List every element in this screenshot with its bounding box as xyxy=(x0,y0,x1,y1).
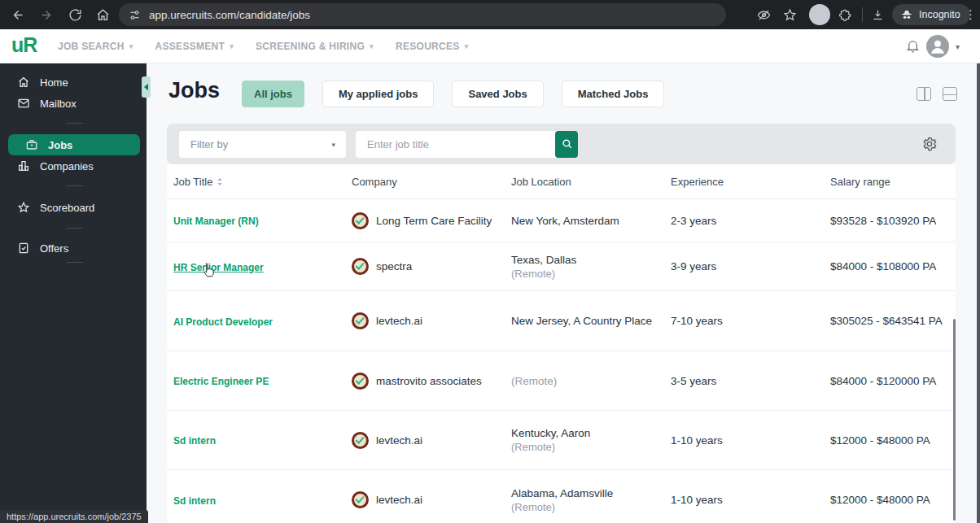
sidebar-divider xyxy=(67,123,83,124)
chevron-down-icon: ▾ xyxy=(465,42,469,50)
url-text: app.urecruits.com/candidate/jobs xyxy=(149,9,310,21)
sidebar-item-mailbox[interactable]: Mailbox xyxy=(0,93,147,114)
profile-chevron-icon[interactable]: ▾ xyxy=(956,42,960,51)
address-bar[interactable]: app.urecruits.com/candidate/jobs xyxy=(119,3,726,26)
job-title-link[interactable]: Sd intern xyxy=(173,495,216,507)
buildings-icon xyxy=(17,159,30,172)
sidebar-divider xyxy=(67,262,83,263)
sidebar-item-jobs[interactable]: Jobs xyxy=(8,134,140,155)
browser-home-icon[interactable] xyxy=(96,8,110,22)
browser-menu-icon[interactable]: ⋮ xyxy=(965,7,977,22)
briefcase-icon xyxy=(25,138,38,151)
search-button[interactable] xyxy=(555,131,578,158)
browser-forward-icon[interactable] xyxy=(39,8,53,22)
sidebar-item-companies[interactable]: Companies xyxy=(0,155,147,177)
job-title-input[interactable] xyxy=(356,131,555,158)
main-menu: JOB SEARCH▾ ASSESSMENT▾ SCREENING & HIRI… xyxy=(58,29,468,63)
incognito-label: Incognito xyxy=(919,9,960,20)
offer-document-icon xyxy=(17,242,30,255)
browser-back-icon[interactable] xyxy=(11,8,25,22)
table-row: AI Product Developer levtech.ai New Jers… xyxy=(167,291,956,351)
user-avatar[interactable] xyxy=(926,35,949,58)
job-title-link[interactable]: Unit Manager (RN) xyxy=(173,216,259,227)
urecruits-logo[interactable]: uR xyxy=(11,33,37,57)
sidebar-collapse-toggle[interactable] xyxy=(142,76,151,98)
chevron-down-icon: ▾ xyxy=(370,42,374,50)
app-root: app.urecruits.com/candidate/jobs Incogni… xyxy=(0,0,980,523)
sort-icon[interactable] xyxy=(217,177,223,186)
sidebar-item-home[interactable]: Home xyxy=(0,72,147,93)
mail-icon xyxy=(17,97,30,110)
table-settings-gear-icon[interactable] xyxy=(921,136,938,152)
search-icon xyxy=(561,137,573,152)
jobs-table: Job Title Company Job Location Experienc… xyxy=(167,164,956,523)
star-icon xyxy=(17,201,30,214)
table-scrollbar-thumb[interactable] xyxy=(953,319,956,521)
chevron-down-icon: ▾ xyxy=(129,42,133,50)
browser-reload-icon[interactable] xyxy=(68,8,82,22)
tab-all-jobs[interactable]: All jobs xyxy=(242,81,304,107)
header-job-title[interactable]: Job Title xyxy=(173,176,352,188)
link-preview-statusbar: https://app.urecruits.com/job/2375 xyxy=(0,510,148,523)
sidebar-item-offers[interactable]: Offers xyxy=(0,238,147,259)
menu-job-search[interactable]: JOB SEARCH▾ xyxy=(58,41,133,52)
table-row: Electric Engineer PE mastrovito associat… xyxy=(167,351,956,411)
extensions-icon[interactable] xyxy=(838,8,852,22)
browser-profile-avatar[interactable] xyxy=(809,4,830,25)
company-logo-icon xyxy=(352,373,369,390)
bookmark-star-icon[interactable] xyxy=(783,8,797,22)
table-row: Unit Manager (RN) Long Term Care Facilit… xyxy=(167,199,956,242)
chevron-down-icon: ▾ xyxy=(230,42,234,50)
company-logo-icon xyxy=(352,212,369,229)
company-logo-icon xyxy=(352,491,369,508)
header-salary-range: Salary range xyxy=(830,176,956,188)
sidebar-divider xyxy=(67,228,83,229)
filter-by-dropdown[interactable]: Filter by ▾ xyxy=(179,131,346,158)
menu-screening-hiring[interactable]: SCREENING & HIRING▾ xyxy=(256,41,374,52)
company-logo-icon xyxy=(352,312,369,329)
job-title-link[interactable]: Electric Engineer PE xyxy=(173,376,269,387)
view-toggles xyxy=(917,87,957,101)
incognito-badge: Incognito xyxy=(892,4,970,25)
tab-saved-jobs[interactable]: Saved Jobs xyxy=(452,81,543,107)
job-title-link[interactable]: Sd intern xyxy=(173,435,216,447)
toolbar-separator xyxy=(862,7,863,22)
eye-off-icon[interactable] xyxy=(757,8,771,22)
site-settings-icon[interactable] xyxy=(129,9,141,21)
table-row: Sd intern levtech.ai Kentucky, Aaron(Rem… xyxy=(167,411,956,470)
header-experience: Experience xyxy=(671,176,830,188)
downloads-icon[interactable] xyxy=(871,8,885,22)
header-job-location: Job Location xyxy=(511,176,671,188)
browser-toolbar: app.urecruits.com/candidate/jobs Incogni… xyxy=(0,0,980,29)
sidebar: Home Mailbox Jobs Companies Scoreboard O… xyxy=(0,63,147,523)
page-scrollbar[interactable] xyxy=(977,63,980,523)
home-icon xyxy=(17,76,30,89)
jobs-tabs: All jobs My applied jobs Saved Jobs Matc… xyxy=(242,81,664,107)
menu-resources[interactable]: RESOURCES▾ xyxy=(396,41,469,52)
sidebar-divider xyxy=(67,185,83,186)
chevron-down-icon: ▾ xyxy=(331,141,335,149)
menu-assessment[interactable]: ASSESSMENT▾ xyxy=(155,41,234,52)
tab-matched-jobs[interactable]: Matched Jobs xyxy=(562,81,665,107)
company-logo-icon xyxy=(352,258,369,275)
job-title-link[interactable]: HR Senior Manager xyxy=(173,262,264,273)
incognito-icon xyxy=(900,8,913,21)
job-title-search xyxy=(356,131,578,158)
notifications-bell-icon[interactable] xyxy=(905,38,921,54)
filter-panel: Filter by ▾ xyxy=(167,124,956,164)
column-view-icon[interactable] xyxy=(917,87,931,101)
table-row: Sd intern levtech.ai Alabama, Adamsville… xyxy=(167,470,956,523)
header-company: Company xyxy=(352,176,511,188)
table-row: HR Senior Manager spectra Texas, Dallas(… xyxy=(167,242,956,291)
sidebar-item-scoreboard[interactable]: Scoreboard xyxy=(0,197,147,218)
page-title: Jobs xyxy=(168,78,220,103)
job-title-link[interactable]: AI Product Developer xyxy=(173,316,273,328)
company-logo-icon xyxy=(352,432,369,449)
tab-my-applied-jobs[interactable]: My applied jobs xyxy=(322,81,435,107)
table-header-row: Job Title Company Job Location Experienc… xyxy=(167,164,956,199)
row-view-icon[interactable] xyxy=(943,87,957,101)
app-navbar: uR JOB SEARCH▾ ASSESSMENT▾ SCREENING & H… xyxy=(0,29,980,63)
